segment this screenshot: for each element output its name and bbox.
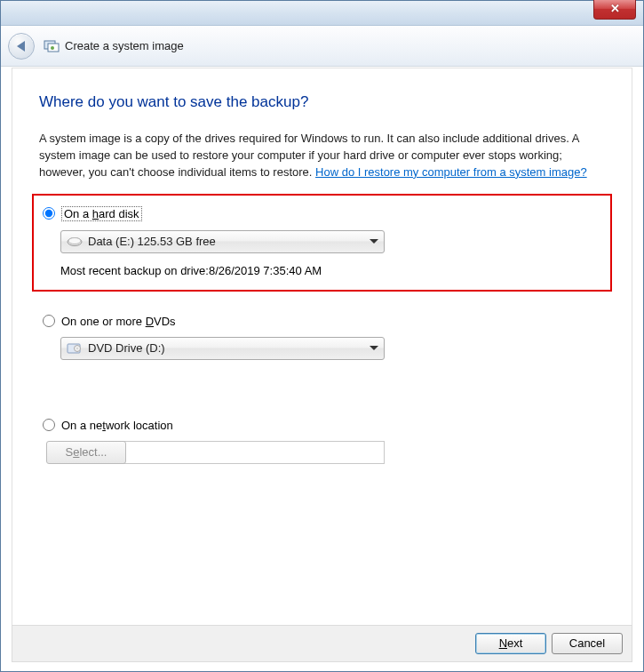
svg-point-7 (76, 348, 78, 349)
description-text: A system image is a copy of the drives r… (39, 131, 605, 181)
footer-bar: Next Cancel (12, 625, 632, 662)
radio-row-hard-disk[interactable]: On a hard disk (39, 206, 605, 221)
radio-dvd[interactable] (43, 315, 55, 327)
content-area: Where do you want to save the backup? A … (12, 68, 632, 625)
backup-info-text: Most recent backup on drive:8/26/2019 7:… (60, 264, 605, 277)
dvd-combo[interactable]: DVD Drive (D:) (60, 337, 385, 360)
next-button[interactable]: Next (475, 633, 546, 654)
radio-network[interactable] (43, 419, 55, 431)
radio-label-hard-disk: On a hard disk (61, 206, 142, 221)
header-bar: Create a system image (1, 26, 643, 67)
radio-hard-disk[interactable] (43, 207, 55, 220)
back-arrow-icon (17, 41, 25, 52)
svg-point-2 (51, 46, 54, 50)
titlebar: ✕ (1, 1, 643, 26)
hard-disk-combo-text: Data (E:) 125.53 GB free (88, 235, 370, 248)
dvd-drive-icon (67, 342, 83, 355)
radio-row-network[interactable]: On a network location (39, 419, 605, 432)
hard-drive-icon (67, 236, 83, 248)
radio-row-dvd[interactable]: On one or more DVDs (39, 315, 605, 328)
close-icon: ✕ (610, 2, 620, 15)
dvd-combo-text: DVD Drive (D:) (88, 341, 370, 355)
close-button[interactable]: ✕ (593, 0, 636, 20)
select-button[interactable]: Select... (46, 441, 126, 464)
radio-label-dvd: On one or more DVDs (61, 315, 176, 328)
svg-point-4 (68, 237, 81, 244)
network-row: Select... (39, 441, 605, 464)
option-hard-disk: On a hard disk Data (E:) 125.53 GB free … (32, 194, 612, 292)
wizard-window: ✕ Create a system image Where do you wan… (0, 0, 644, 672)
header-title: Create a system image (65, 39, 184, 52)
option-network: On a network location Select... (39, 419, 605, 464)
help-link[interactable]: How do I restore my computer from a syst… (315, 165, 587, 179)
chevron-down-icon (370, 239, 378, 244)
chevron-down-icon (370, 346, 378, 350)
system-image-icon (44, 38, 60, 54)
option-dvd: On one or more DVDs DVD Drive (D:) (39, 315, 605, 360)
radio-label-network: On a network location (61, 419, 173, 432)
hard-disk-combo[interactable]: Data (E:) 125.53 GB free (60, 230, 385, 253)
page-heading: Where do you want to save the backup? (39, 93, 605, 111)
cancel-button[interactable]: Cancel (552, 633, 623, 654)
back-button[interactable] (8, 33, 35, 60)
